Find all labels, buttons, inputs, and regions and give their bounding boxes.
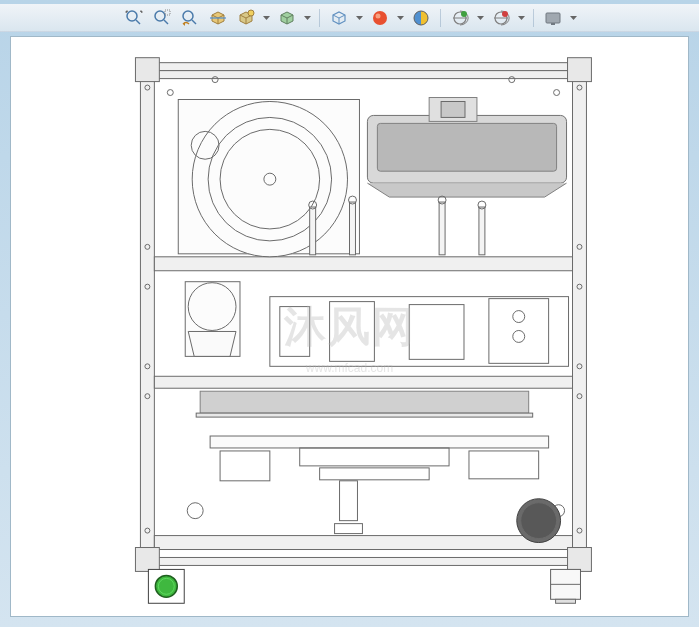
- svg-rect-83: [340, 481, 358, 521]
- svg-rect-28: [140, 63, 586, 71]
- display-pane-icon[interactable]: [542, 7, 564, 29]
- svg-rect-35: [568, 58, 592, 82]
- svg-rect-61: [350, 202, 356, 255]
- svg-line-1: [136, 20, 140, 24]
- svg-line-6: [192, 20, 196, 24]
- svg-point-76: [513, 330, 525, 342]
- svg-rect-81: [300, 448, 449, 466]
- svg-rect-37: [568, 548, 592, 572]
- svg-rect-87: [335, 524, 363, 534]
- section-view-icon[interactable]: [207, 7, 229, 29]
- svg-rect-71: [280, 307, 310, 357]
- svg-rect-26: [140, 63, 154, 566]
- svg-rect-34: [135, 58, 159, 82]
- svg-rect-72: [330, 302, 375, 362]
- svg-line-3: [164, 20, 168, 24]
- svg-rect-31: [154, 376, 572, 388]
- dropdown-arrow-icon[interactable]: [477, 16, 484, 20]
- svg-marker-11: [304, 16, 311, 20]
- svg-point-21: [502, 11, 508, 17]
- dropdown-arrow-icon[interactable]: [397, 16, 404, 20]
- cad-viewport[interactable]: 沐风网 www.mfcad.com: [10, 36, 689, 617]
- hide-show-icon[interactable]: [328, 7, 350, 29]
- svg-rect-79: [210, 436, 549, 448]
- dropdown-arrow-icon[interactable]: [356, 16, 363, 20]
- view-settings-icon[interactable]: [449, 7, 471, 29]
- svg-marker-19: [477, 16, 484, 20]
- previous-view-icon[interactable]: [179, 7, 201, 29]
- svg-point-97: [554, 90, 560, 96]
- toolbar-separator: [533, 9, 534, 27]
- dropdown-arrow-icon[interactable]: [570, 16, 577, 20]
- svg-rect-33: [140, 557, 586, 565]
- svg-rect-62: [439, 202, 445, 255]
- svg-point-9: [248, 10, 254, 16]
- svg-point-85: [187, 503, 203, 519]
- dropdown-arrow-icon[interactable]: [518, 16, 525, 20]
- svg-rect-63: [479, 207, 485, 255]
- svg-rect-8: [210, 17, 226, 19]
- svg-point-13: [373, 11, 387, 25]
- zoom-to-fit-icon[interactable]: [123, 7, 145, 29]
- svg-rect-23: [546, 13, 560, 23]
- svg-rect-74: [489, 299, 549, 364]
- edit-appearance-icon[interactable]: [369, 7, 391, 29]
- toolbar-separator: [440, 9, 441, 27]
- svg-point-51: [192, 101, 347, 256]
- svg-point-0: [127, 11, 137, 21]
- svg-marker-22: [518, 16, 525, 20]
- svg-point-14: [375, 13, 380, 18]
- svg-rect-27: [573, 63, 587, 566]
- svg-rect-82: [320, 468, 430, 480]
- svg-rect-30: [154, 257, 572, 271]
- svg-rect-70: [270, 297, 569, 367]
- svg-rect-84: [469, 451, 539, 479]
- view-toolbar: [0, 4, 699, 32]
- svg-point-2: [155, 11, 165, 21]
- dropdown-arrow-icon[interactable]: [304, 16, 311, 20]
- svg-rect-32: [154, 536, 572, 550]
- dropdown-arrow-icon[interactable]: [263, 16, 270, 20]
- svg-marker-12: [356, 16, 363, 20]
- svg-rect-59: [441, 101, 465, 117]
- svg-marker-10: [263, 16, 270, 20]
- svg-rect-73: [409, 305, 464, 360]
- svg-rect-95: [556, 599, 576, 603]
- render-icon[interactable]: [490, 7, 512, 29]
- svg-rect-24: [551, 23, 555, 25]
- display-style-icon[interactable]: [276, 7, 298, 29]
- svg-point-5: [183, 11, 193, 21]
- svg-marker-25: [570, 16, 577, 20]
- svg-marker-15: [397, 16, 404, 20]
- svg-point-18: [461, 11, 467, 17]
- svg-rect-4: [165, 10, 170, 15]
- svg-rect-77: [200, 391, 529, 413]
- svg-rect-78: [196, 413, 533, 417]
- apply-scene-icon[interactable]: [410, 7, 432, 29]
- svg-point-96: [167, 90, 173, 96]
- svg-rect-80: [220, 451, 270, 481]
- cad-drawing: [11, 37, 688, 616]
- svg-point-89: [521, 503, 557, 539]
- svg-rect-36: [135, 548, 159, 572]
- dynamic-annotation-icon[interactable]: [235, 7, 257, 29]
- toolbar-separator: [319, 9, 320, 27]
- svg-rect-60: [310, 207, 316, 255]
- svg-rect-57: [377, 123, 556, 171]
- zoom-area-icon[interactable]: [151, 7, 173, 29]
- svg-point-75: [513, 311, 525, 323]
